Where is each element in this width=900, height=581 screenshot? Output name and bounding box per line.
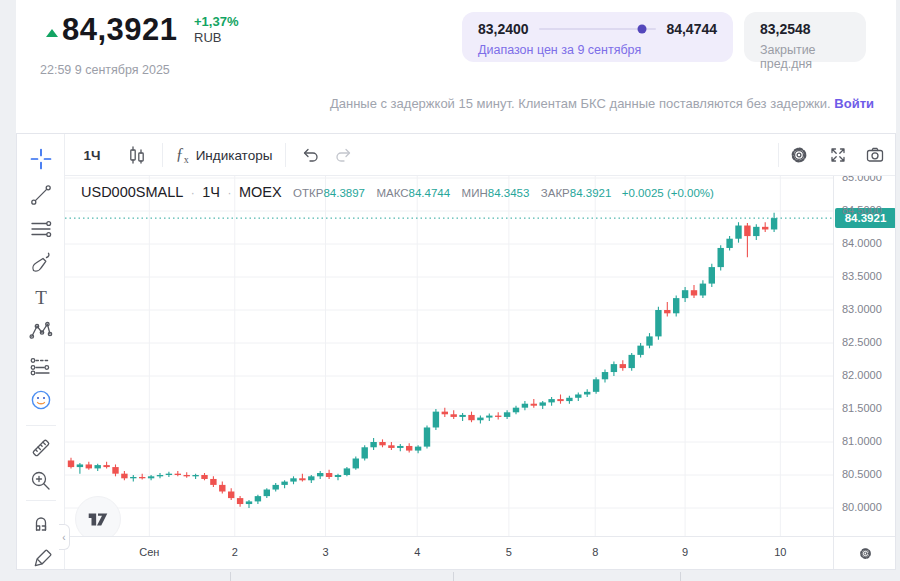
last-price: 84,3921 [62,12,178,48]
fib-lines-tool[interactable] [27,215,55,243]
time-axis-label: 4 [414,546,420,558]
legend-interval: 1Ч [202,184,220,200]
crosshair-tool[interactable] [27,145,55,173]
edit-tool[interactable] [27,546,55,570]
time-axis-label: 8 [592,546,598,558]
redo-button[interactable] [327,134,361,176]
up-triangle-icon [46,29,58,37]
delay-notice: Данные с задержкой 15 минут. Клиентам БК… [330,96,874,111]
time-axis[interactable]: Сен23458910 [65,536,896,569]
low-value: 84.3453 [488,187,530,199]
price-axis-label: 83.5000 [842,270,882,282]
range-slider-track [539,28,657,30]
undo-icon [300,145,320,165]
drawing-toolbar: T [17,134,65,570]
tradingview-watermark [75,496,121,536]
currency-label: RUB [194,31,238,45]
fullscreen-button[interactable] [819,134,857,176]
change-percent: +1,37% [194,15,238,29]
legend-change: +0.0025 (+0.00%) [622,187,714,199]
svg-text:T: T [35,287,47,308]
tradingview-logo-icon [85,506,111,532]
undo-button[interactable] [293,134,327,176]
low-label: МИН [462,187,488,199]
fullscreen-icon [828,145,848,165]
indicators-label: Индикаторы [196,148,273,163]
price-axis-label: 82.5000 [842,336,882,348]
zoom-in-tool[interactable] [27,467,55,495]
quote-timestamp: 22:59 9 сентября 2025 [40,63,170,77]
price-axis-label: 81.0000 [842,435,882,447]
time-axis-settings-button[interactable] [833,537,896,570]
open-label: ОТКР [293,187,323,199]
settings-button[interactable] [779,134,819,176]
page: 84,3921 +1,37% RUB 22:59 9 сентября 2025… [0,0,900,581]
measure-tool[interactable] [27,434,55,462]
xabcd-pattern-tool[interactable] [27,317,55,345]
high-value: 84.4744 [409,187,451,199]
sidebar-collapse-handle[interactable]: ‹ [59,524,70,550]
close-value: 84.3921 [570,187,612,199]
time-axis-label: 3 [322,546,328,558]
settings-gear-icon [789,145,809,165]
price-axis-label: 80.0000 [842,501,882,513]
magnet-icon [27,509,55,537]
range-high-value: 84,4744 [666,21,717,37]
trend-line-icon [27,181,55,209]
chart-style-button[interactable] [117,134,157,176]
forecast-icon [27,351,55,379]
indicators-button[interactable]: ƒx Индикаторы [168,134,280,176]
snapshot-button[interactable] [857,134,893,176]
prev-close-label: Закрытие пред.дня [760,43,866,71]
price-axis[interactable]: 84.3921 85.000084.500084.000083.500083.0… [833,176,896,536]
ruler-icon [27,434,55,462]
time-axis-label: 2 [232,546,238,558]
chart-plot-area[interactable]: USD000SMALL · 1Ч · MOEX ОТКР84.3897 МАКС… [65,176,833,536]
price-axis-label: 83.0000 [842,303,882,315]
price-axis-label: 84.5000 [842,204,882,216]
chart-toolbar: 1Ч ƒx Индикаторы [65,134,895,176]
candles-svg[interactable] [65,176,833,536]
range-card-label: Диапазон цен за 9 сентября [478,43,641,57]
open-value: 84.3897 [323,187,365,199]
camera-icon [865,145,885,165]
fib-lines-icon [27,215,55,243]
candlestick-style-icon [127,145,147,165]
text-tool[interactable]: T [27,283,55,311]
emoji-tool[interactable] [27,386,55,414]
chart-widget: 1Ч ƒx Индикаторы [16,133,896,570]
zoom-in-icon [27,467,55,495]
time-axis-label: 5 [506,546,512,558]
pencil-icon [27,546,55,570]
interval-button[interactable]: 1Ч [73,134,111,176]
price-axis-label: 82.0000 [842,369,882,381]
axis-settings-gear-icon [858,546,873,561]
emoji-icon [27,386,55,414]
price-axis-label: 85.0000 [842,176,882,183]
text-icon: T [27,283,55,311]
time-axis-label: 10 [774,546,786,558]
chart-legend: USD000SMALL · 1Ч · MOEX ОТКР84.3897 МАКС… [81,183,714,201]
fx-icon: ƒx [176,145,189,165]
content-panel: 84,3921 +1,37% RUB 22:59 9 сентября 2025… [16,0,896,570]
delay-notice-text: Данные с задержкой 15 минут. Клиентам БК… [330,96,831,111]
price-range-card: 83,2400 84,4744 Диапазон цен за 9 сентяб… [462,12,733,62]
xabcd-pattern-icon [27,317,55,345]
login-link[interactable]: Войти [834,96,874,111]
forecast-tool[interactable] [27,351,55,379]
prev-close-card: 83,2548 Закрытие пред.дня [744,12,866,62]
trend-line-tool[interactable] [27,181,55,209]
price-axis-label: 84.0000 [842,237,882,249]
brush-tool[interactable] [27,249,55,277]
redo-icon [334,145,354,165]
high-label: МАКС [376,187,408,199]
close-label: ЗАКР [541,187,570,199]
range-low-value: 83,2400 [478,21,529,37]
quote-header: 84,3921 +1,37% RUB 22:59 9 сентября 2025… [16,0,896,133]
legend-exchange: MOEX [239,184,282,200]
crosshair-icon [27,145,55,173]
time-axis-label: Сен [139,546,159,558]
magnet-tool[interactable] [27,509,55,537]
time-axis-label: 9 [682,546,688,558]
legend-symbol[interactable]: USD000SMALL [81,184,183,200]
